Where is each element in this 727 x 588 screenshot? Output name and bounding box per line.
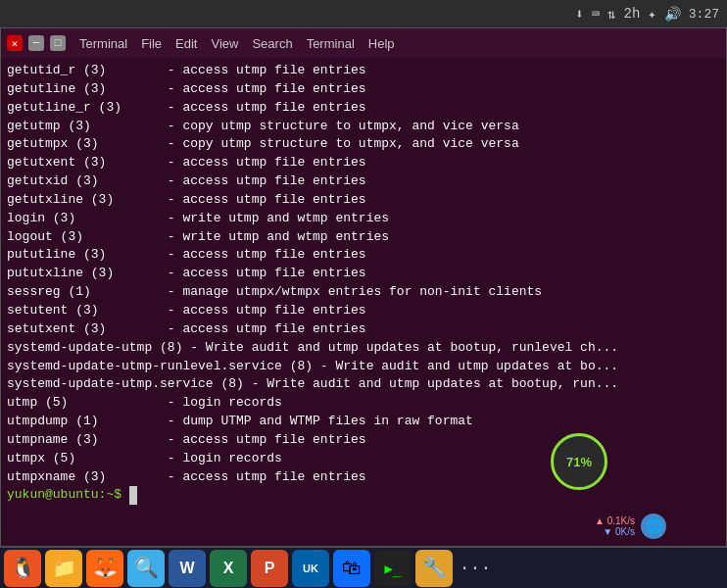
- term-line: getutxline (3) - access utmp file entrie…: [7, 191, 720, 210]
- term-line: getutid_r (3) - access utmp file entries: [7, 62, 720, 80]
- download-icon: ⬇: [575, 6, 583, 23]
- term-line: pututline (3) - access utmp file entries: [7, 246, 720, 265]
- term-line: setutxent (3) - access utmp file entries: [7, 320, 720, 339]
- term-line: getutxent (3) - access utmp file entries: [7, 154, 720, 172]
- volume-icon: 🔊: [664, 6, 681, 23]
- taskbar-terminal-icon[interactable]: ▶_: [374, 550, 412, 587]
- taskbar-ubuntu-icon[interactable]: 🐧: [4, 550, 41, 587]
- network-speeds: ▲ 0.1K/s ▼ 0K/s: [595, 515, 635, 537]
- menu-edit[interactable]: Edit: [175, 36, 197, 51]
- term-line: utmpxname (3) - access utmp file entries: [7, 468, 720, 487]
- term-line: utmp (5) - login records: [7, 394, 720, 413]
- network-percent: 71%: [566, 455, 592, 469]
- network-circle: 71%: [551, 433, 607, 490]
- taskbar-system-icon[interactable]: 🔧: [415, 550, 453, 587]
- taskbar-more-icon[interactable]: ···: [457, 550, 494, 587]
- term-line: utmpx (5) - login records: [7, 450, 720, 468]
- taskbar-uk-icon[interactable]: UK: [292, 550, 329, 587]
- terminal-title-bar: ✕ ─ □ Terminal File Edit View Search Ter…: [1, 28, 726, 58]
- taskbar-powerpoint-icon[interactable]: P: [251, 550, 288, 587]
- term-line: getutline_r (3) - access utmp file entri…: [7, 99, 720, 118]
- calendar-icon: 2h: [624, 6, 641, 22]
- term-line: systemd-update-utmp-runlevel.service (8)…: [7, 358, 720, 376]
- taskbar-files-icon[interactable]: 📁: [45, 550, 82, 587]
- keyboard-icon: ⌨: [592, 6, 600, 23]
- taskbar-firefox-icon[interactable]: 🦊: [86, 550, 123, 587]
- network-widget-container: ▲ 0.1K/s ▼ 0K/s 71% 🌐: [595, 514, 666, 539]
- taskbar-excel-icon[interactable]: X: [210, 550, 247, 587]
- system-clock: 3:27: [689, 7, 719, 22]
- menu-terminal[interactable]: Terminal: [79, 36, 127, 51]
- term-line: sessreg (1) - manage utmpx/wtmpx entries…: [7, 283, 720, 302]
- menu-bar: Terminal File Edit View Search Terminal …: [79, 36, 395, 51]
- minimize-button[interactable]: ─: [28, 35, 44, 51]
- menu-file[interactable]: File: [141, 36, 162, 51]
- term-line: getutmp (3) - copy utmp structure to utm…: [7, 118, 720, 136]
- term-line: utmpname (3) - access utmp file entries: [7, 431, 720, 450]
- term-line: getutxid (3) - access utmp file entries: [7, 172, 720, 191]
- menu-search[interactable]: Search: [252, 36, 292, 51]
- menu-terminal2[interactable]: Terminal: [307, 36, 355, 51]
- menu-view[interactable]: View: [211, 36, 238, 51]
- term-line: setutent (3) - access utmp file entries: [7, 302, 720, 320]
- close-button[interactable]: ✕: [7, 35, 23, 51]
- terminal-prompt: yukun@ubuntu:~$: [7, 486, 720, 505]
- upload-speed: ▲ 0.1K/s: [595, 515, 635, 526]
- term-line: getutline (3) - access utmp file entries: [7, 80, 720, 99]
- maximize-button[interactable]: □: [50, 35, 66, 51]
- download-speed: ▼ 0K/s: [603, 526, 635, 537]
- taskbar-word-icon[interactable]: W: [169, 550, 206, 587]
- taskbar: 🐧 📁 🦊 🔍 W X P UK 🛍 ▶_ 🔧 ···: [0, 547, 727, 588]
- term-line: login (3) - write utmp and wtmp entries: [7, 210, 720, 228]
- bluetooth-icon: ✦: [648, 6, 655, 23]
- term-line: pututxline (3) - access utmp file entrie…: [7, 265, 720, 283]
- network-arrows-icon: ⇅: [607, 6, 615, 23]
- terminal-output[interactable]: getutid_r (3) - access utmp file entries…: [1, 58, 726, 546]
- term-line: logout (3) - write utmp and wtmp entries: [7, 228, 720, 247]
- term-line: systemd-update-utmp.service (8) - Write …: [7, 375, 720, 394]
- system-bar: ⬇ ⌨ ⇅ 2h ✦ 🔊 3:27: [0, 0, 727, 27]
- network-icon: 🌐: [641, 514, 666, 539]
- menu-help[interactable]: Help: [368, 36, 395, 51]
- system-tray: ⬇ ⌨ ⇅ 2h ✦ 🔊 3:27: [575, 6, 719, 23]
- term-line: utmpdump (1) - dump UTMP and WTMP files …: [7, 413, 720, 431]
- taskbar-store-icon[interactable]: 🛍: [333, 550, 370, 587]
- term-line: getutmpx (3) - copy utmp structure to ut…: [7, 135, 720, 154]
- terminal-window: ✕ ─ □ Terminal File Edit View Search Ter…: [0, 27, 727, 547]
- term-line: systemd-update-utmp (8) - Write audit an…: [7, 339, 720, 358]
- taskbar-search-icon[interactable]: 🔍: [127, 550, 165, 587]
